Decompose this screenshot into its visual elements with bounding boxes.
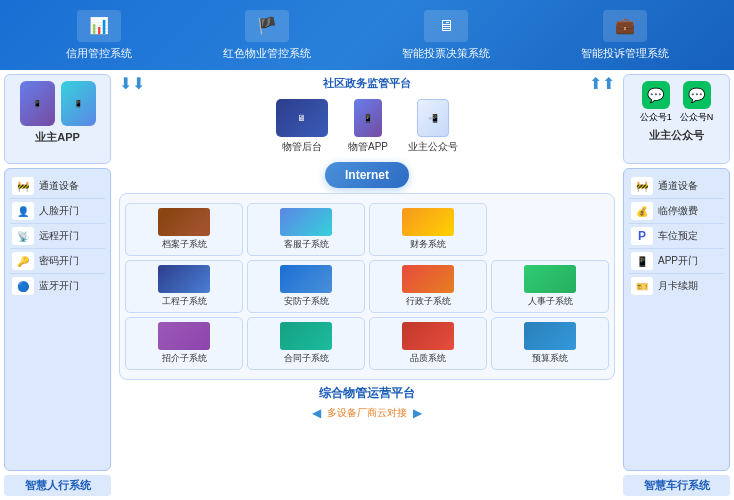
platform-label: 社区政务监管平台 <box>153 76 581 91</box>
security-thumb <box>280 265 332 293</box>
right-devices-list: 🚧 通道设备 💰 临停缴费 P 车位预定 📱 APP开门 🎫 月卡续期 <box>623 168 730 471</box>
owner-app-box: 📱 📱 业主APP <box>4 74 111 164</box>
center-top-devices: 🖥 物管后台 📱 物管APP 📲 业主公众号 <box>119 95 615 160</box>
credit-icon: 📊 <box>77 10 121 42</box>
wechat-icons: 💬 公众号1 💬 公众号N <box>640 81 714 124</box>
subsystem-hr: 人事子系统 <box>491 260 609 313</box>
parking-icon: P <box>631 227 653 245</box>
device-bluetooth: 🔵 蓝牙开门 <box>10 274 105 298</box>
archive-thumb <box>158 208 210 236</box>
subsystem-spacer1 <box>491 203 609 256</box>
subsystem-behavior: 行政子系统 <box>369 260 487 313</box>
owner-public: 📲 业主公众号 <box>408 99 458 154</box>
right-device-channel: 🚧 通道设备 <box>629 174 724 199</box>
contract-thumb <box>280 322 332 350</box>
hr-thumb <box>524 265 576 293</box>
device-remote: 📡 远程开门 <box>10 224 105 249</box>
subsystem-visitor: 客服子系统 <box>247 203 365 256</box>
subsystem-engineer: 工程子系统 <box>125 260 243 313</box>
subsystem-intro: 招介子系统 <box>125 317 243 370</box>
subsystems-container: 档案子系统 客服子系统 财务系统 工程子系统 <box>119 193 615 380</box>
internet-label: Internet <box>325 162 409 188</box>
platform-header: ⬇⬇ 社区政务监管平台 ⬆⬆ <box>119 72 615 95</box>
r-channel-icon: 🚧 <box>631 177 653 195</box>
remote-icon: 📡 <box>12 227 34 245</box>
internet-area: Internet <box>119 162 615 188</box>
face-icon: 👤 <box>12 202 34 220</box>
right-device-monthly: 🎫 月卡续期 <box>629 274 724 298</box>
multi-vendor-area: ◀ 多设备厂商云对接 ▶ <box>119 404 615 422</box>
device-channel: 🚧 通道设备 <box>10 174 105 199</box>
wechat-1: 💬 公众号1 <box>640 81 672 124</box>
finance-thumb <box>402 208 454 236</box>
app-icon: 📱 <box>20 81 55 126</box>
subsystem-finance: 财务系统 <box>369 203 487 256</box>
complaint-icon: 💼 <box>603 10 647 42</box>
visitor-thumb <box>280 208 332 236</box>
owner-app-label: 业主APP <box>35 130 80 145</box>
top-banner: 📊 信用管控系统 🏴 红色物业管控系统 🖥 智能投票决策系统 💼 智能投诉管理系… <box>0 0 734 70</box>
party-icon: 🏴 <box>245 10 289 42</box>
subsystem-budget: 预算系统 <box>491 317 609 370</box>
right-device-app-open: 📱 APP开门 <box>629 249 724 274</box>
channel-icon: 🚧 <box>12 177 34 195</box>
wechat-icon-1: 💬 <box>642 81 670 109</box>
temp-fee-icon: 💰 <box>631 202 653 220</box>
main-area: 📱 📱 业主APP 🚧 通道设备 👤 人脸开门 📡 远程开门 🔑 密码开门 <box>0 70 734 500</box>
smart-vehicle-label: 智慧车行系统 <box>623 475 730 496</box>
multi-vendor-label: 多设备厂商云对接 <box>327 406 407 420</box>
wechat-n: 💬 公众号N <box>680 81 714 124</box>
banner-item-credit: 📊 信用管控系统 <box>66 10 132 61</box>
subsystem-contract: 合同子系统 <box>247 317 365 370</box>
ops-platform-label: 综合物管运营平台 <box>119 383 615 404</box>
app-icon2: 📱 <box>61 81 96 126</box>
engineer-thumb <box>158 265 210 293</box>
public-accounts-box: 💬 公众号1 💬 公众号N 业主公众号 <box>623 74 730 164</box>
banner-item-complaint: 💼 智能投诉管理系统 <box>581 10 669 61</box>
monthly-icon: 🎫 <box>631 277 653 295</box>
app-open-icon: 📱 <box>631 252 653 270</box>
budget-thumb <box>524 322 576 350</box>
smart-pedestrian-label: 智慧人行系统 <box>4 475 111 496</box>
behavior-thumb <box>402 265 454 293</box>
phone2-icon: 📲 <box>417 99 449 137</box>
left-devices-list: 🚧 通道设备 👤 人脸开门 📡 远程开门 🔑 密码开门 🔵 蓝牙开门 <box>4 168 111 471</box>
banner-item-party: 🏴 红色物业管控系统 <box>223 10 311 61</box>
phone-icon: 📱 <box>354 99 382 137</box>
right-device-parking: P 车位预定 <box>629 224 724 249</box>
right-device-temp-fee: 💰 临停缴费 <box>629 199 724 224</box>
subsystem-security: 安防子系统 <box>247 260 365 313</box>
device-face: 👤 人脸开门 <box>10 199 105 224</box>
quality-thumb <box>402 322 454 350</box>
public-account-label: 业主公众号 <box>649 128 704 143</box>
mgmt-backend: 🖥 物管后台 <box>276 99 328 154</box>
subsystem-archive: 档案子系统 <box>125 203 243 256</box>
monitor-icon: 🖥 <box>276 99 328 137</box>
left-column: 📱 📱 业主APP 🚧 通道设备 👤 人脸开门 📡 远程开门 🔑 密码开门 <box>0 70 115 500</box>
bluetooth-icon: 🔵 <box>12 277 34 295</box>
device-password: 🔑 密码开门 <box>10 249 105 274</box>
subsystem-grid: 档案子系统 客服子系统 财务系统 工程子系统 <box>125 199 609 374</box>
intro-thumb <box>158 322 210 350</box>
password-icon: 🔑 <box>12 252 34 270</box>
wechat-icon-n: 💬 <box>683 81 711 109</box>
vote-icon: 🖥 <box>424 10 468 42</box>
right-column: 💬 公众号1 💬 公众号N 业主公众号 🚧 通道设备 💰 临停缴费 P <box>619 70 734 500</box>
mgmt-app: 📱 物管APP <box>348 99 388 154</box>
center-column: ⬇⬇ 社区政务监管平台 ⬆⬆ 🖥 物管后台 📱 物管APP 📲 业主公众号 In… <box>115 70 619 500</box>
banner-item-vote: 🖥 智能投票决策系统 <box>402 10 490 61</box>
subsystem-quality: 品质系统 <box>369 317 487 370</box>
